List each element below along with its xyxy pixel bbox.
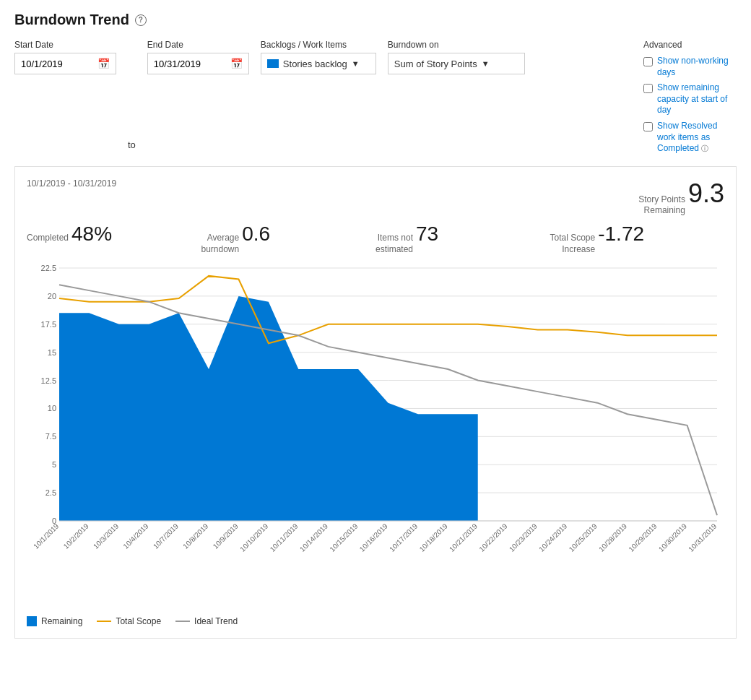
legend-label: Total Scope [116, 616, 161, 626]
end-date-input[interactable] [154, 59, 226, 69]
page-title: Burndown Trend ? [14, 12, 737, 28]
stat-value: 48% [71, 222, 112, 246]
checkbox-row-2: Show remaining capacity at start of day [643, 82, 737, 116]
stat-item: Completed 48% [27, 222, 201, 246]
start-date-group: Start Date 📅 [14, 40, 116, 74]
advanced-label: Advanced [643, 40, 737, 50]
story-points-remaining: Story PointsRemaining 9.3 [638, 178, 724, 217]
legend-item: Total Scope [97, 616, 161, 626]
checkbox-row-1: Show non-working days [643, 56, 737, 78]
help-icon[interactable]: ? [135, 14, 147, 26]
legend-label: Ideal Trend [194, 616, 238, 626]
story-points-label: Story PointsRemaining [638, 194, 685, 217]
stat-label: Items notestimated [376, 233, 413, 255]
end-date-label: End Date [147, 40, 249, 50]
show-nonworking-label[interactable]: Show non-working days [657, 56, 737, 78]
chart-date-range: 10/1/2019 - 10/31/2019 [27, 178, 116, 189]
start-date-input[interactable] [21, 59, 93, 69]
stat-value: 73 [416, 222, 438, 246]
to-label: to [128, 139, 136, 155]
end-date-input-wrapper[interactable]: 📅 [147, 53, 249, 74]
stat-item: Averageburndown 0.6 [201, 222, 376, 255]
chart-area [27, 261, 724, 608]
legend-item: Ideal Trend [175, 616, 238, 626]
legend-label: Remaining [41, 616, 82, 626]
legend-color-box [27, 616, 37, 626]
controls-row: Start Date 📅 to End Date 📅 Backlogs / Wo… [14, 40, 737, 155]
backlogs-label: Backlogs / Work Items [261, 40, 376, 50]
legend-item: Remaining [27, 616, 82, 626]
chart-section: 10/1/2019 - 10/31/2019 Story PointsRemai… [14, 166, 737, 639]
legend-line [175, 621, 190, 622]
checkbox-row-3: Show Resolved work items as Completed ⓘ [643, 121, 737, 155]
burndown-dropdown[interactable]: Sum of Story Points ▼ [388, 53, 525, 74]
stats-row: Completed 48% Averageburndown 0.6 Items … [27, 222, 724, 255]
backlog-icon [267, 59, 279, 68]
backlogs-dropdown[interactable]: Stories backlog ▼ [261, 53, 376, 74]
backlogs-value: Stories backlog [283, 59, 347, 69]
burndown-group: Burndown on Sum of Story Points ▼ [388, 40, 525, 74]
show-resolved-label[interactable]: Show Resolved work items as Completed ⓘ [657, 121, 737, 155]
burndown-label: Burndown on [388, 40, 525, 50]
stat-item: Items notestimated 73 [376, 222, 550, 255]
backlogs-chevron-icon: ▼ [352, 59, 360, 68]
end-date-group: End Date 📅 [147, 40, 249, 74]
chart-header: 10/1/2019 - 10/31/2019 Story PointsRemai… [27, 178, 724, 217]
burndown-value: Sum of Story Points [394, 59, 477, 69]
advanced-section: Advanced Show non-working days Show rema… [643, 40, 737, 155]
backlogs-group: Backlogs / Work Items Stories backlog ▼ [261, 40, 376, 74]
legend: RemainingTotal ScopeIdeal Trend [27, 613, 724, 626]
start-date-label: Start Date [14, 40, 116, 50]
stat-label: Completed [27, 233, 69, 244]
show-resolved-checkbox[interactable] [643, 122, 653, 131]
stat-value: -1.72 [598, 222, 644, 246]
start-calendar-icon[interactable]: 📅 [97, 58, 110, 69]
show-remaining-capacity-label[interactable]: Show remaining capacity at start of day [657, 82, 737, 116]
stat-label: Averageburndown [201, 233, 240, 255]
end-calendar-icon[interactable]: 📅 [230, 58, 243, 69]
resolved-info-icon: ⓘ [701, 144, 708, 152]
show-nonworking-checkbox[interactable] [643, 57, 653, 66]
start-date-input-wrapper[interactable]: 📅 [14, 53, 116, 74]
show-remaining-capacity-checkbox[interactable] [643, 84, 653, 93]
stat-item: Total ScopeIncrease -1.72 [550, 222, 725, 255]
story-points-value: 9.3 [688, 178, 724, 209]
stat-label: Total ScopeIncrease [550, 233, 596, 255]
legend-line [97, 621, 111, 622]
burndown-chevron-icon: ▼ [482, 59, 490, 68]
stat-value: 0.6 [242, 222, 270, 246]
